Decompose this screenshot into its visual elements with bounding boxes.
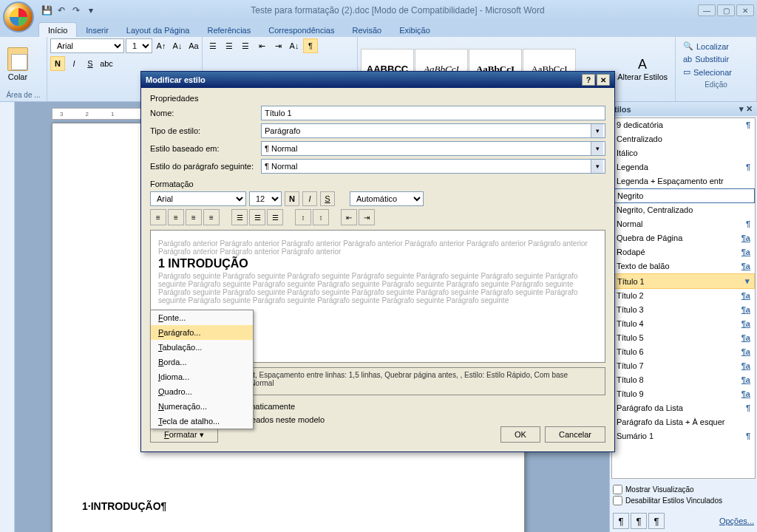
italic-button[interactable]: I [67, 56, 81, 71]
tab-revisao[interactable]: Revisão [343, 23, 390, 37]
office-button[interactable] [3, 1, 34, 33]
align-justify-button[interactable]: ≡ [203, 209, 220, 225]
bold-button[interactable]: N [50, 56, 65, 71]
format-menu-item[interactable]: Numeração... [151, 399, 253, 414]
font-name-select[interactable]: Arial [50, 38, 124, 53]
style-row[interactable]: Título 6¶a [612, 345, 755, 359]
style-row[interactable]: Texto de balão¶a [612, 259, 755, 273]
space-before-button[interactable]: ↕ [295, 209, 311, 225]
style-row[interactable]: Negrito [612, 188, 755, 203]
space-after-button[interactable]: ↕ [313, 209, 329, 225]
tab-layout[interactable]: Layout da Página [118, 23, 199, 37]
style-row[interactable]: Título 1▾ [612, 273, 755, 289]
style-row[interactable]: Quebra de Página¶a [612, 231, 755, 245]
styles-list[interactable]: 9 dedicatória¶CentralizadoItálicoLegenda… [611, 117, 756, 479]
tab-exibicao[interactable]: Exibição [390, 23, 439, 37]
dialog-font-select[interactable]: Arial [150, 191, 246, 206]
style-row[interactable]: Título 2¶a [612, 289, 755, 303]
font-size-select[interactable]: 12 [126, 38, 152, 53]
pane-dropdown-icon[interactable]: ▾ [739, 104, 744, 113]
align-center-button[interactable]: ≡ [168, 209, 184, 225]
save-icon[interactable]: 💾 [40, 4, 53, 17]
style-row[interactable]: Título 3¶a [612, 303, 755, 317]
style-row[interactable]: Normal¶ [612, 217, 755, 231]
dialog-italic-button[interactable]: I [302, 191, 317, 206]
style-inspector-button[interactable]: ¶ [631, 513, 647, 529]
tab-inserir[interactable]: Inserir [77, 23, 118, 37]
undo-icon[interactable]: ↶ [55, 4, 68, 17]
maximize-button[interactable]: ▢ [717, 4, 735, 16]
pane-close-icon[interactable]: ✕ [746, 104, 753, 113]
style-row[interactable]: Título 4¶a [612, 317, 755, 331]
show-marks-icon[interactable]: ¶ [303, 38, 318, 53]
paste-button[interactable]: Colar [3, 47, 33, 81]
format-menu-item[interactable]: Tabulação... [151, 340, 253, 355]
close-button[interactable]: ✕ [736, 4, 754, 16]
dialog-size-select[interactable]: 12 [249, 191, 282, 206]
dialog-help-button[interactable]: ? [582, 74, 595, 86]
multilevel-icon[interactable]: ☰ [238, 38, 253, 53]
shrink-font-icon[interactable]: A↓ [170, 38, 185, 53]
line-spacing-2-button[interactable]: ☰ [267, 209, 283, 225]
select-button[interactable]: ▭Selecionar [680, 66, 752, 78]
style-row[interactable]: Parágrafo da Lista¶ [612, 401, 755, 415]
style-row[interactable]: Parágrafo da Lista + À esquer [612, 415, 755, 429]
indent-right-button[interactable]: ⇥ [359, 209, 375, 225]
qat-dropdown-icon[interactable]: ▾ [84, 4, 98, 17]
find-button[interactable]: 🔍Localizar [680, 40, 752, 52]
following-style-select[interactable]: ¶ Normal [261, 159, 605, 174]
show-preview-checkbox[interactable]: Mostrar Visualização [613, 485, 754, 494]
new-style-button[interactable]: ¶ [613, 513, 629, 529]
dialog-color-select[interactable]: Automático [350, 191, 424, 206]
dialog-bold-button[interactable]: N [285, 191, 299, 206]
format-menu-item[interactable]: Parágrafo... [151, 325, 253, 340]
format-menu-item[interactable]: Tecla de atalho... [151, 414, 253, 429]
numbering-icon[interactable]: ☰ [222, 38, 237, 53]
minimize-button[interactable]: — [698, 4, 716, 16]
style-row[interactable]: Itálico [612, 146, 755, 160]
sort-icon[interactable]: A↓ [287, 38, 302, 53]
align-right-button[interactable]: ≡ [186, 209, 202, 225]
strike-button[interactable]: abc [99, 56, 114, 71]
tab-inicio[interactable]: Início [38, 22, 77, 37]
format-menu-item[interactable]: Idioma... [151, 369, 253, 384]
clear-format-icon[interactable]: Aa [186, 38, 201, 53]
style-row[interactable]: Centralizado [612, 132, 755, 146]
bullets-icon[interactable]: ☰ [206, 38, 220, 53]
style-row[interactable]: Título 5¶a [612, 331, 755, 345]
disable-linked-checkbox[interactable]: Desabilitar Estilos Vinculados [613, 496, 754, 505]
style-row[interactable]: Título 9¶a [612, 387, 755, 401]
dialog-close-button[interactable]: ✕ [597, 74, 610, 86]
ok-button[interactable]: OK [500, 426, 540, 443]
manage-styles-button[interactable]: ¶ [648, 513, 665, 529]
indent-icon[interactable]: ⇥ [271, 38, 285, 53]
format-menu-item[interactable]: Fonte... [151, 310, 253, 325]
redo-icon[interactable]: ↷ [69, 4, 83, 17]
grow-font-icon[interactable]: A↑ [154, 38, 169, 53]
tab-correspondencias[interactable]: Correspondências [259, 23, 343, 37]
change-styles-icon[interactable]: A [638, 57, 647, 72]
style-type-select[interactable]: Parágrafo [261, 123, 605, 138]
tab-referencias[interactable]: Referências [199, 23, 260, 37]
options-link[interactable]: Opções... [719, 516, 754, 525]
style-row[interactable]: 9 dedicatória¶ [612, 118, 755, 132]
underline-button[interactable]: S [83, 56, 98, 71]
style-row[interactable]: Legenda + Espaçamento entr [612, 174, 755, 188]
outdent-icon[interactable]: ⇤ [254, 38, 269, 53]
style-row[interactable]: Legenda¶ [612, 160, 755, 174]
align-left-button[interactable]: ≡ [150, 209, 166, 225]
line-spacing-15-button[interactable]: ☰ [249, 209, 265, 225]
format-menu-item[interactable]: Borda... [151, 355, 253, 369]
style-row[interactable]: Título 7¶a [612, 359, 755, 373]
style-row[interactable]: Título 8¶a [612, 373, 755, 387]
style-row[interactable]: Rodapé¶a [612, 245, 755, 259]
style-row[interactable]: Negrito, Centralizado [612, 203, 755, 217]
based-on-select[interactable]: ¶ Normal [261, 141, 605, 156]
cancel-button[interactable]: Cancelar [545, 426, 605, 443]
format-menu-item[interactable]: Quadro... [151, 384, 253, 399]
style-row[interactable]: Sumário 1¶ [612, 429, 755, 443]
indent-left-button[interactable]: ⇤ [341, 209, 357, 225]
line-spacing-1-button[interactable]: ☰ [231, 209, 248, 225]
replace-button[interactable]: abSubstituir [680, 53, 752, 65]
dialog-underline-button[interactable]: S [320, 191, 335, 206]
